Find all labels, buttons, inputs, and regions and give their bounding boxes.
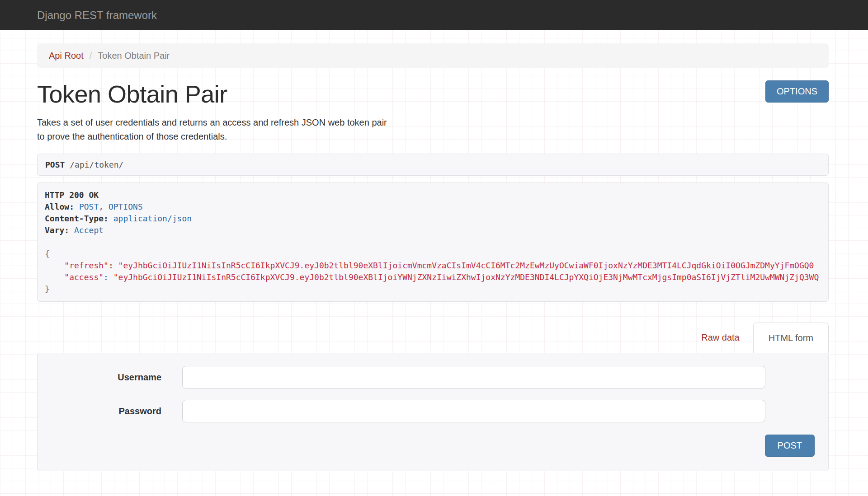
json-value-refresh-token: "eyJhbGciOiJIUzI1NiIsInR5cCI6IkpXVCJ9.ey… xyxy=(118,261,814,270)
json-close-brace: } xyxy=(45,283,821,295)
response-header-vary: Vary: Accept xyxy=(45,225,821,236)
breadcrumb-current: Token Obtain Pair xyxy=(98,51,170,61)
header-space xyxy=(69,225,74,235)
json-colon: : xyxy=(108,261,118,270)
header-name: Allow: xyxy=(45,202,74,211)
request-method: POST xyxy=(45,160,65,169)
json-colon: : xyxy=(104,272,113,282)
response-status: HTTP 200 OK xyxy=(45,189,821,201)
html-form-panel: Username Password POST xyxy=(37,353,829,471)
content-tabs: Raw data HTML form xyxy=(37,323,829,353)
header-value: Accept xyxy=(74,225,104,235)
page-header: Token Obtain Pair OPTIONS xyxy=(37,80,829,108)
header-space xyxy=(74,202,79,211)
json-open-brace: { xyxy=(45,248,821,260)
json-key: "refresh" xyxy=(64,261,108,270)
header-value: POST, OPTIONS xyxy=(79,202,143,211)
breadcrumb-separator: / xyxy=(90,51,92,61)
form-row-username: Username xyxy=(38,366,828,388)
form-actions: POST xyxy=(38,435,828,457)
top-navbar: Django REST framework xyxy=(0,0,868,30)
breadcrumb-link-api-root[interactable]: Api Root xyxy=(49,51,84,61)
breadcrumb: Api Root / Token Obtain Pair xyxy=(37,43,829,68)
main-container: Api Root / Token Obtain Pair Token Obtai… xyxy=(37,43,829,471)
json-indent xyxy=(45,261,64,270)
page-description: Takes a set of user credentials and retu… xyxy=(37,116,387,144)
json-field-refresh: "refresh": "eyJhbGciOiJIUzI1NiIsInR5cCI6… xyxy=(45,260,821,271)
post-button[interactable]: POST xyxy=(765,435,815,457)
header-value: application/json xyxy=(113,214,192,223)
json-indent xyxy=(45,272,64,282)
json-value-access-token: "eyJhbGciOiJIUzI1NiIsInR5cCI6IkpXVCJ9.ey… xyxy=(113,272,819,282)
request-path: /api/token/ xyxy=(70,160,123,169)
username-label: Username xyxy=(38,372,182,383)
header-name: Vary: xyxy=(45,225,69,235)
response-panel: HTTP 200 OK Allow: POST, OPTIONS Content… xyxy=(37,182,829,302)
username-input[interactable] xyxy=(182,366,765,388)
form-row-password: Password xyxy=(38,400,828,422)
page-title: Token Obtain Pair xyxy=(37,80,227,108)
brand-link[interactable]: Django REST framework xyxy=(37,9,157,22)
request-info-bar: POST /api/token/ xyxy=(37,154,829,176)
response-header-allow: Allow: POST, OPTIONS xyxy=(45,201,821,213)
password-input[interactable] xyxy=(182,400,765,422)
tab-raw-data[interactable]: Raw data xyxy=(701,332,740,343)
header-space xyxy=(108,214,113,223)
options-button[interactable]: OPTIONS xyxy=(765,80,829,103)
password-label: Password xyxy=(38,406,182,416)
blank-line xyxy=(45,236,821,248)
json-key: "access" xyxy=(64,272,104,282)
response-header-content-type: Content-Type: application/json xyxy=(45,213,821,225)
json-field-access: "access": "eyJhbGciOiJIUzI1NiIsInR5cCI6I… xyxy=(45,271,821,283)
tab-html-form[interactable]: HTML form xyxy=(753,323,829,353)
header-name: Content-Type: xyxy=(45,214,108,223)
